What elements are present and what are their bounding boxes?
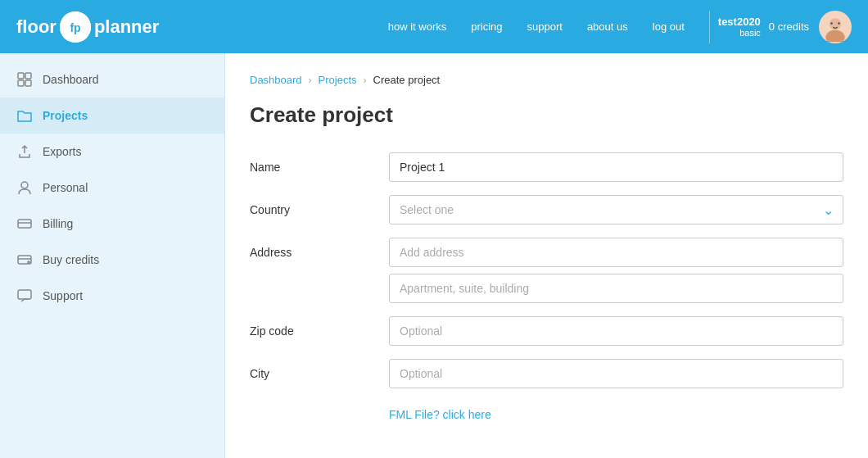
sidebar-item-personal[interactable]: Personal xyxy=(0,170,224,206)
svg-rect-7 xyxy=(18,73,24,79)
avatar[interactable] xyxy=(819,11,852,43)
form-row-country: Country Select one ⌄ xyxy=(250,195,843,224)
nav-support[interactable]: support xyxy=(527,20,563,33)
breadcrumb-dashboard[interactable]: Dashboard xyxy=(250,74,302,86)
credit-card-plus-icon xyxy=(16,252,33,268)
form-row-fml: FML File? click here xyxy=(250,401,843,421)
sidebar-item-support-label: Support xyxy=(43,289,83,302)
svg-text:fp: fp xyxy=(70,21,80,34)
city-input[interactable] xyxy=(389,359,843,388)
svg-point-11 xyxy=(21,182,28,188)
form-row-name: Name xyxy=(250,152,843,182)
zip-label: Zip code xyxy=(250,316,389,338)
country-field: Select one ⌄ xyxy=(389,195,843,224)
nav: how it works pricing support about us lo… xyxy=(388,20,685,33)
grid-icon xyxy=(16,71,33,88)
create-project-form: Name Country Select one ⌄ xyxy=(250,152,843,421)
city-field xyxy=(389,359,843,388)
sidebar-item-dashboard[interactable]: Dashboard xyxy=(0,61,224,97)
credits-badge: 0 credits xyxy=(769,20,809,33)
svg-rect-18 xyxy=(18,290,31,299)
form-row-city: City xyxy=(250,359,843,388)
name-field xyxy=(389,152,843,182)
name-label: Name xyxy=(250,152,389,174)
form-row-address: Address xyxy=(250,238,843,303)
name-input[interactable] xyxy=(389,152,843,182)
nav-how-it-works[interactable]: how it works xyxy=(388,20,447,33)
breadcrumb-projects[interactable]: Projects xyxy=(319,74,357,86)
sidebar-item-billing[interactable]: Billing xyxy=(0,206,224,242)
city-label: City xyxy=(250,359,389,380)
svg-point-5 xyxy=(830,22,833,25)
sidebar-item-exports-label: Exports xyxy=(43,145,81,158)
logo-icon: fp xyxy=(60,11,91,43)
sidebar-item-buy-credits-label: Buy credits xyxy=(43,253,99,266)
breadcrumb-sep-1: › xyxy=(309,75,312,86)
nav-pricing[interactable]: pricing xyxy=(471,20,502,33)
address-input[interactable] xyxy=(389,238,843,267)
nav-about-us[interactable]: about us xyxy=(587,20,628,33)
address-label: Address xyxy=(250,238,389,259)
credit-card-icon xyxy=(16,215,33,232)
form-row-zip: Zip code xyxy=(250,316,843,346)
user-info: test2020 basic xyxy=(718,16,761,38)
fml-spacer xyxy=(250,401,389,410)
user-name: test2020 xyxy=(718,16,761,28)
folder-icon xyxy=(16,107,33,124)
nav-log-out[interactable]: log out xyxy=(653,20,685,33)
address2-input[interactable] xyxy=(389,274,843,303)
nav-divider xyxy=(709,11,710,43)
message-icon xyxy=(16,288,33,304)
sidebar-item-personal-label: Personal xyxy=(43,181,88,194)
logo-planner-text: planner xyxy=(94,16,159,38)
breadcrumb: Dashboard › Projects › Create project xyxy=(250,74,843,86)
svg-rect-10 xyxy=(25,80,31,86)
svg-rect-8 xyxy=(25,73,31,79)
breadcrumb-sep-2: › xyxy=(364,75,367,86)
sidebar: Dashboard Projects Exports xyxy=(0,53,225,458)
sidebar-item-projects-label: Projects xyxy=(43,109,88,122)
sidebar-item-exports[interactable]: Exports xyxy=(0,134,224,170)
page-title: Create project xyxy=(250,102,843,128)
breadcrumb-current: Create project xyxy=(373,74,441,86)
country-select[interactable]: Select one xyxy=(389,195,843,224)
sidebar-item-projects[interactable]: Projects xyxy=(0,97,224,134)
fml-link[interactable]: FML File? click here xyxy=(389,408,491,421)
layout: Dashboard Projects Exports xyxy=(0,53,868,458)
country-select-wrapper: Select one ⌄ xyxy=(389,195,843,224)
country-label: Country xyxy=(250,195,389,216)
main-content: Dashboard › Projects › Create project Cr… xyxy=(225,53,868,458)
header: floor fp planner how it works pricing su… xyxy=(0,0,868,53)
zip-field xyxy=(389,316,843,346)
sidebar-item-support[interactable]: Support xyxy=(0,278,224,314)
sidebar-item-dashboard-label: Dashboard xyxy=(43,73,99,86)
svg-rect-12 xyxy=(18,220,31,228)
sidebar-item-buy-credits[interactable]: Buy credits xyxy=(0,242,224,278)
user-plan: basic xyxy=(739,28,761,38)
fml-field: FML File? click here xyxy=(389,401,843,421)
address-field xyxy=(389,238,843,303)
zip-input[interactable] xyxy=(389,316,843,346)
svg-point-6 xyxy=(838,22,840,25)
person-icon xyxy=(16,179,33,196)
export-icon xyxy=(16,143,33,160)
logo[interactable]: floor fp planner xyxy=(16,11,159,43)
logo-floor-text: floor xyxy=(16,16,57,38)
svg-rect-9 xyxy=(18,80,24,86)
sidebar-item-billing-label: Billing xyxy=(43,217,73,230)
